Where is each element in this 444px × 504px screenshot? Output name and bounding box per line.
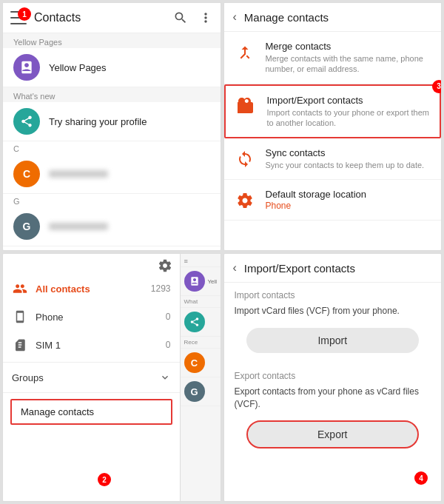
settings-icon[interactable] <box>158 258 172 273</box>
step4-badge: 4 <box>414 471 428 485</box>
merge-icon <box>235 42 255 63</box>
yellow-pages-avatar <box>13 54 40 81</box>
sync-contacts-text: Sync contacts Sync your contacts to keep… <box>266 147 425 170</box>
step1-badge: 1 <box>18 7 31 21</box>
phone-item[interactable]: Phone 0 <box>3 303 180 331</box>
yellow-pages-item[interactable]: Yellow Pages <box>3 48 221 87</box>
contact-g-name <box>49 221 108 232</box>
phone-label: Phone <box>36 312 158 323</box>
manage-contacts-panel: ‹ Manage contacts Merge contacts Merge c… <box>223 2 443 251</box>
manage-contacts-button[interactable]: Manage contacts <box>10 399 172 425</box>
merge-contacts-title: Merge contacts <box>266 41 431 52</box>
storage-icon <box>235 190 255 211</box>
import-export-panel-title: Import/Export contacts <box>244 262 355 275</box>
share-profile-name: Try sharing your profile <box>49 116 147 127</box>
step2-badge: 2 <box>98 473 111 486</box>
sidebar-panel: All contacts 1293 Phone 0 SIM 1 0 Groups… <box>2 253 221 502</box>
default-storage-title: Default storage location <box>266 189 367 200</box>
contact-g-item[interactable]: G <box>3 207 221 246</box>
all-contacts-item[interactable]: All contacts 1293 <box>3 275 180 303</box>
sim1-item[interactable]: SIM 1 0 <box>3 331 180 359</box>
merge-contacts-desc: Merge contacts with the same name, phone… <box>266 53 431 75</box>
alpha-c-label: C <box>3 141 221 155</box>
import-export-title: Import/Export contacts <box>267 95 430 106</box>
contacts-list-panel: Contacts 1 Yellow Pages Yellow Pages Wha… <box>2 2 221 251</box>
mini-avatar-g: G <box>184 381 205 402</box>
import-button[interactable]: Import <box>246 328 420 353</box>
sim1-count: 0 <box>166 340 171 350</box>
mini-avatar-share <box>184 312 205 332</box>
mini-avatar-yp <box>184 271 205 292</box>
import-export-icon <box>236 96 257 117</box>
mini-avatar-c: C <box>184 352 205 373</box>
yellow-pages-name: Yellow Pages <box>49 62 107 73</box>
contact-g-avatar: G <box>13 213 40 240</box>
chevron-down-icon <box>159 372 171 383</box>
mini-contact-g2: G <box>181 377 221 406</box>
step3-badge: 3 <box>432 80 442 93</box>
back-icon2[interactable]: ‹ <box>233 261 237 275</box>
default-storage-text: Default storage location Phone <box>266 189 367 211</box>
all-contacts-label: All contacts <box>36 283 144 295</box>
whats-new-section: What's new <box>3 87 221 102</box>
contacts-title: Contacts <box>34 11 173 24</box>
mini-yellow-pages: Yell <box>181 267 221 296</box>
import-contacts-section: Import contacts <box>224 283 442 302</box>
manage-contacts-title: Manage contacts <box>244 11 329 24</box>
contact-c-name <box>49 169 108 180</box>
share-profile-item[interactable]: Try sharing your profile <box>3 102 221 141</box>
all-contacts-icon <box>12 280 28 297</box>
yellow-pages-section: Yellow Pages <box>3 33 221 48</box>
share-profile-avatar <box>13 108 40 135</box>
sync-icon <box>235 149 255 169</box>
export-contacts-desc: Export contacts from your phone as vCard… <box>224 383 442 417</box>
sidebar-divider2 <box>3 392 180 393</box>
import-export-header: ‹ Import/Export contacts <box>224 254 442 283</box>
sim-icon <box>12 337 28 353</box>
contact-c-avatar: C <box>13 161 40 187</box>
sync-contacts-title: Sync contacts <box>266 147 425 158</box>
more-options-icon[interactable] <box>198 10 213 25</box>
default-storage-option[interactable]: Default storage location Phone <box>224 180 442 221</box>
sidebar-content: All contacts 1293 Phone 0 SIM 1 0 Groups… <box>3 254 180 501</box>
manage-contacts-header: ‹ Manage contacts <box>224 3 442 32</box>
merge-contacts-text: Merge contacts Merge contacts with the s… <box>266 41 431 75</box>
export-button[interactable]: Export <box>246 420 420 448</box>
export-contacts-section: Export contacts <box>224 363 442 383</box>
import-export-desc: Import contacts to your phone or export … <box>267 107 430 129</box>
contacts-header: Contacts 1 <box>3 3 221 33</box>
import-export-option[interactable]: Import/Export contacts Import contacts t… <box>224 84 442 139</box>
mini-contacts-overlay: ≡ Yell What Rece C G <box>180 254 221 501</box>
sidebar-divider <box>3 362 180 363</box>
mini-contact-c <box>181 308 221 337</box>
search-icon[interactable] <box>173 10 188 25</box>
all-contacts-count: 1293 <box>151 283 171 294</box>
sim1-label: SIM 1 <box>36 340 158 351</box>
gear-row <box>3 254 180 275</box>
alpha-g-label: G <box>3 194 221 207</box>
phone-count: 0 <box>166 312 171 322</box>
groups-label: Groups <box>12 372 159 383</box>
merge-contacts-option[interactable]: Merge contacts Merge contacts with the s… <box>224 32 442 84</box>
sync-contacts-option[interactable]: Sync contacts Sync your contacts to keep… <box>224 138 442 180</box>
import-export-text: Import/Export contacts Import contacts t… <box>267 95 430 129</box>
phone-icon <box>12 309 28 325</box>
import-export-panel: ‹ Import/Export contacts Import contacts… <box>223 253 443 502</box>
default-storage-subtitle: Phone <box>266 201 367 211</box>
back-icon[interactable]: ‹ <box>233 10 237 24</box>
import-contacts-desc: Import vCard files (VCF) from your phone… <box>224 302 442 323</box>
mini-contact-g: C <box>181 349 221 377</box>
contact-c-item[interactable]: C <box>3 155 221 194</box>
groups-item[interactable]: Groups <box>3 366 180 389</box>
sync-contacts-desc: Sync your contacts to keep them up to da… <box>266 160 425 170</box>
header-actions <box>173 10 213 25</box>
